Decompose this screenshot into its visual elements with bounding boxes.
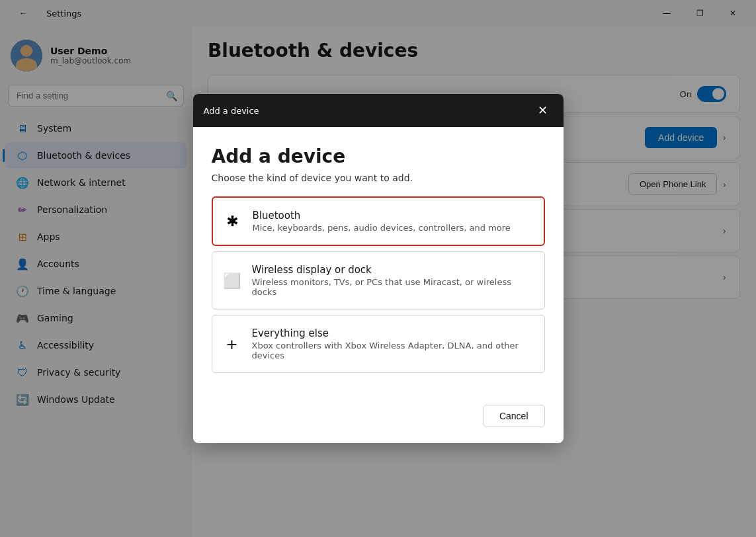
- add-device-dialog: Add a device ✕ Add a device Choose the k…: [193, 94, 564, 443]
- device-options-list: ✱ Bluetooth Mice, keyboards, pens, audio…: [212, 196, 545, 373]
- everything-option-desc: Xbox controllers with Xbox Wireless Adap…: [252, 341, 534, 360]
- dialog-close-button[interactable]: ✕: [533, 101, 553, 120]
- bluetooth-option-info: Bluetooth Mice, keyboards, pens, audio d…: [253, 210, 533, 233]
- overlay: Add a device ✕ Add a device Choose the k…: [0, 0, 756, 537]
- wireless-option-desc: Wireless monitors, TVs, or PCs that use …: [252, 277, 534, 297]
- dialog-footer: Cancel: [193, 394, 564, 443]
- dialog-titlebar: Add a device ✕: [193, 94, 564, 127]
- everything-option-title: Everything else: [252, 327, 534, 339]
- bluetooth-option-desc: Mice, keyboards, pens, audio devices, co…: [253, 223, 533, 233]
- dialog-subtitle: Choose the kind of device you want to ad…: [212, 173, 545, 183]
- cancel-button[interactable]: Cancel: [483, 405, 545, 427]
- dialog-title: Add a device: [212, 145, 545, 167]
- device-option-everything[interactable]: + Everything else Xbox controllers with …: [212, 315, 545, 373]
- everything-option-icon: +: [223, 336, 241, 352]
- bluetooth-option-icon: ✱: [224, 213, 242, 229]
- everything-option-info: Everything else Xbox controllers with Xb…: [252, 327, 534, 360]
- wireless-option-info: Wireless display or dock Wireless monito…: [252, 264, 534, 297]
- device-option-wireless[interactable]: ⬜ Wireless display or dock Wireless moni…: [212, 251, 545, 310]
- device-option-bluetooth[interactable]: ✱ Bluetooth Mice, keyboards, pens, audio…: [212, 196, 545, 246]
- wireless-option-icon: ⬜: [223, 272, 241, 289]
- bluetooth-option-title: Bluetooth: [253, 210, 533, 222]
- wireless-option-title: Wireless display or dock: [252, 264, 534, 276]
- dialog-titlebar-text: Add a device: [204, 106, 259, 116]
- dialog-body: Add a device Choose the kind of device y…: [193, 127, 564, 394]
